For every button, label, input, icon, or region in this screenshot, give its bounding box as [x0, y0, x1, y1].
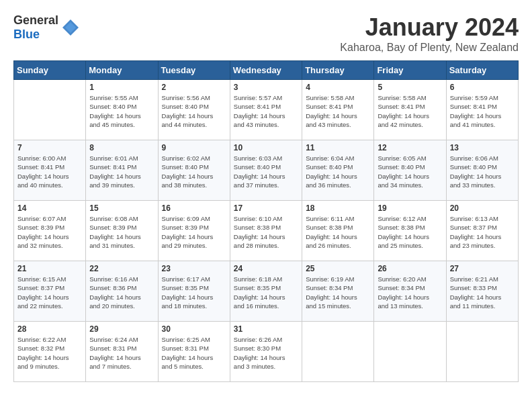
day-info: Sunrise: 6:05 AM Sunset: 8:40 PM Dayligh… — [378, 154, 442, 189]
day-number: 25 — [306, 264, 370, 273]
day-number: 3 — [234, 83, 298, 92]
calendar-cell: 21Sunrise: 6:15 AM Sunset: 8:37 PM Dayli… — [14, 261, 86, 322]
calendar-cell: 25Sunrise: 6:19 AM Sunset: 8:34 PM Dayli… — [302, 261, 374, 322]
day-info: Sunrise: 6:17 AM Sunset: 8:35 PM Dayligh… — [162, 275, 226, 310]
calendar-cell: 30Sunrise: 6:25 AM Sunset: 8:31 PM Dayli… — [158, 322, 230, 382]
calendar-cell: 18Sunrise: 6:11 AM Sunset: 8:38 PM Dayli… — [302, 201, 374, 261]
calendar-cell: 15Sunrise: 6:08 AM Sunset: 8:39 PM Dayli… — [86, 201, 158, 261]
logo-general: General — [13, 13, 58, 27]
day-info: Sunrise: 6:02 AM Sunset: 8:40 PM Dayligh… — [162, 154, 226, 189]
calendar-cell: 24Sunrise: 6:18 AM Sunset: 8:35 PM Dayli… — [230, 261, 302, 322]
day-number: 23 — [162, 264, 226, 273]
day-info: Sunrise: 5:57 AM Sunset: 8:41 PM Dayligh… — [234, 93, 298, 129]
day-number: 2 — [162, 83, 226, 92]
calendar-cell: 22Sunrise: 6:16 AM Sunset: 8:36 PM Dayli… — [86, 261, 158, 322]
day-info: Sunrise: 6:09 AM Sunset: 8:39 PM Dayligh… — [162, 214, 226, 250]
day-number: 26 — [378, 264, 442, 273]
day-number: 22 — [89, 264, 154, 273]
calendar-cell — [374, 322, 446, 382]
header-day-thursday: Thursday — [302, 61, 374, 80]
day-number: 1 — [89, 83, 154, 92]
calendar-cell: 9Sunrise: 6:02 AM Sunset: 8:40 PM Daylig… — [158, 140, 230, 201]
calendar-cell: 29Sunrise: 6:24 AM Sunset: 8:31 PM Dayli… — [86, 322, 158, 382]
calendar-cell: 7Sunrise: 6:00 AM Sunset: 8:41 PM Daylig… — [14, 140, 86, 201]
day-number: 31 — [234, 324, 298, 334]
calendar-cell: 8Sunrise: 6:01 AM Sunset: 8:41 PM Daylig… — [86, 140, 158, 201]
calendar-cell: 1Sunrise: 5:55 AM Sunset: 8:40 PM Daylig… — [86, 80, 158, 140]
day-info: Sunrise: 6:22 AM Sunset: 8:32 PM Dayligh… — [17, 335, 82, 371]
day-number: 24 — [234, 264, 298, 273]
calendar-subtitle: Kaharoa, Bay of Plenty, New Zealand — [340, 42, 519, 54]
day-number: 29 — [89, 324, 154, 334]
day-info: Sunrise: 6:15 AM Sunset: 8:37 PM Dayligh… — [17, 275, 82, 310]
day-info: Sunrise: 5:56 AM Sunset: 8:40 PM Dayligh… — [162, 93, 226, 129]
day-number: 18 — [306, 203, 370, 213]
day-info: Sunrise: 6:12 AM Sunset: 8:38 PM Dayligh… — [378, 214, 442, 250]
day-number: 16 — [162, 203, 226, 213]
day-number: 15 — [89, 203, 154, 213]
day-number: 11 — [306, 143, 370, 152]
calendar-cell: 23Sunrise: 6:17 AM Sunset: 8:35 PM Dayli… — [158, 261, 230, 322]
logo-blue: Blue — [13, 28, 40, 41]
day-info: Sunrise: 5:59 AM Sunset: 8:41 PM Dayligh… — [450, 93, 515, 129]
calendar-cell: 13Sunrise: 6:06 AM Sunset: 8:40 PM Dayli… — [446, 140, 518, 201]
day-info: Sunrise: 6:20 AM Sunset: 8:34 PM Dayligh… — [378, 275, 442, 310]
calendar-cell: 10Sunrise: 6:03 AM Sunset: 8:40 PM Dayli… — [230, 140, 302, 201]
day-info: Sunrise: 6:06 AM Sunset: 8:40 PM Dayligh… — [450, 154, 515, 189]
calendar-table: SundayMondayTuesdayWednesdayThursdayFrid… — [13, 60, 519, 382]
day-info: Sunrise: 6:11 AM Sunset: 8:38 PM Dayligh… — [306, 214, 370, 250]
day-number: 21 — [17, 264, 82, 273]
calendar-cell — [302, 322, 374, 382]
day-number: 5 — [378, 83, 442, 92]
calendar-cell: 16Sunrise: 6:09 AM Sunset: 8:39 PM Dayli… — [158, 201, 230, 261]
day-number: 13 — [450, 143, 515, 152]
day-info: Sunrise: 6:01 AM Sunset: 8:41 PM Dayligh… — [89, 154, 154, 189]
calendar-week-row: 14Sunrise: 6:07 AM Sunset: 8:39 PM Dayli… — [14, 201, 519, 261]
day-info: Sunrise: 6:00 AM Sunset: 8:41 PM Dayligh… — [17, 154, 82, 189]
day-info: Sunrise: 6:25 AM Sunset: 8:31 PM Dayligh… — [162, 335, 226, 371]
day-number: 7 — [17, 143, 82, 152]
header-day-monday: Monday — [86, 61, 158, 80]
day-info: Sunrise: 5:55 AM Sunset: 8:40 PM Dayligh… — [89, 93, 154, 129]
day-info: Sunrise: 6:07 AM Sunset: 8:39 PM Dayligh… — [17, 214, 82, 250]
day-info: Sunrise: 6:18 AM Sunset: 8:35 PM Dayligh… — [234, 275, 298, 310]
calendar-week-row: 28Sunrise: 6:22 AM Sunset: 8:32 PM Dayli… — [14, 322, 519, 382]
day-number: 4 — [306, 83, 370, 92]
day-info: Sunrise: 6:03 AM Sunset: 8:40 PM Dayligh… — [234, 154, 298, 189]
calendar-week-row: 21Sunrise: 6:15 AM Sunset: 8:37 PM Dayli… — [14, 261, 519, 322]
day-info: Sunrise: 6:08 AM Sunset: 8:39 PM Dayligh… — [89, 214, 154, 250]
calendar-title: January 2024 — [340, 13, 519, 42]
calendar-cell: 14Sunrise: 6:07 AM Sunset: 8:39 PM Dayli… — [14, 201, 86, 261]
header-day-friday: Friday — [374, 61, 446, 80]
calendar-cell: 31Sunrise: 6:26 AM Sunset: 8:30 PM Dayli… — [230, 322, 302, 382]
calendar-cell: 2Sunrise: 5:56 AM Sunset: 8:40 PM Daylig… — [158, 80, 230, 140]
logo-icon — [61, 18, 80, 37]
calendar-cell: 19Sunrise: 6:12 AM Sunset: 8:38 PM Dayli… — [374, 201, 446, 261]
calendar-cell: 28Sunrise: 6:22 AM Sunset: 8:32 PM Dayli… — [14, 322, 86, 382]
day-info: Sunrise: 6:04 AM Sunset: 8:40 PM Dayligh… — [306, 154, 370, 189]
day-number: 9 — [162, 143, 226, 152]
header-day-sunday: Sunday — [14, 61, 86, 80]
logo: General Blue — [13, 13, 80, 42]
day-info: Sunrise: 6:26 AM Sunset: 8:30 PM Dayligh… — [234, 335, 298, 371]
day-info: Sunrise: 6:13 AM Sunset: 8:37 PM Dayligh… — [450, 214, 515, 250]
day-number: 19 — [378, 203, 442, 213]
calendar-cell: 5Sunrise: 5:58 AM Sunset: 8:41 PM Daylig… — [374, 80, 446, 140]
day-number: 12 — [378, 143, 442, 152]
calendar-cell: 27Sunrise: 6:21 AM Sunset: 8:33 PM Dayli… — [446, 261, 518, 322]
day-number: 17 — [234, 203, 298, 213]
header-day-wednesday: Wednesday — [230, 61, 302, 80]
calendar-cell: 3Sunrise: 5:57 AM Sunset: 8:41 PM Daylig… — [230, 80, 302, 140]
calendar-cell: 26Sunrise: 6:20 AM Sunset: 8:34 PM Dayli… — [374, 261, 446, 322]
header-day-tuesday: Tuesday — [158, 61, 230, 80]
title-area: January 2024 Kaharoa, Bay of Plenty, New… — [340, 13, 519, 54]
day-info: Sunrise: 6:16 AM Sunset: 8:36 PM Dayligh… — [89, 275, 154, 310]
day-info: Sunrise: 6:19 AM Sunset: 8:34 PM Dayligh… — [306, 275, 370, 310]
day-number: 30 — [162, 324, 226, 334]
day-number: 10 — [234, 143, 298, 152]
calendar-cell — [446, 322, 518, 382]
day-number: 14 — [17, 203, 82, 213]
day-info: Sunrise: 6:10 AM Sunset: 8:38 PM Dayligh… — [234, 214, 298, 250]
calendar-header-row: SundayMondayTuesdayWednesdayThursdayFrid… — [14, 61, 519, 80]
day-number: 8 — [89, 143, 154, 152]
